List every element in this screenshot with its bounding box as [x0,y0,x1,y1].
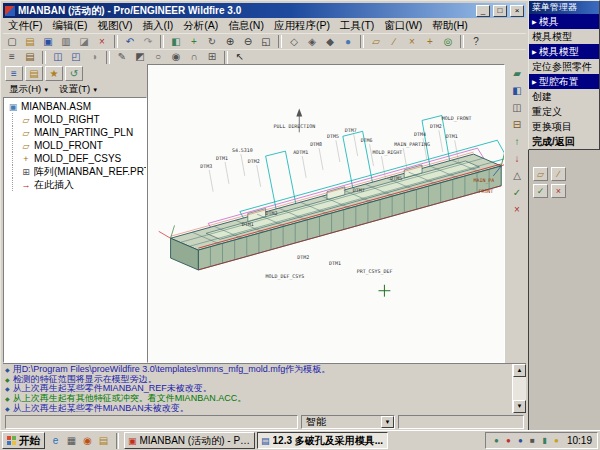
hidden-line-icon[interactable]: ◈ [303,35,321,49]
history-tab-icon[interactable]: ↺ [65,66,83,81]
menu-p[interactable]: 应用程序(P) [269,19,335,33]
select-arrow-icon[interactable]: ↖ [231,50,249,64]
tree-item[interactable]: ▱MOLD_FRONT [4,139,146,152]
datum-plane-toggle-icon[interactable]: ▱ [367,35,385,49]
hole-icon[interactable]: ◉ [167,50,185,64]
tree-item[interactable]: ⊞阵列(MIANBAN_REF.PRT) [4,165,146,178]
menu-manager-titlebar[interactable]: 菜单管理器 [529,1,599,14]
zoom-in-icon[interactable]: ⊕ [221,35,239,49]
title-bar[interactable]: MIANBAN (活动的) - Pro/ENGINEER Wildfire 3.… [3,3,526,18]
tray-network-icon[interactable]: ▮ [539,436,550,445]
float-ok-icon[interactable]: ✓ [533,184,548,198]
saved-views-icon[interactable]: ◰ [67,50,85,64]
print-icon[interactable]: ▥ [57,35,75,49]
appearance-icon[interactable]: ◑ [85,50,103,64]
menu-manager-item[interactable]: 模具模型 [529,29,599,44]
datum-point-toggle-icon[interactable]: × [403,35,421,49]
tray-volume-icon[interactable]: ● [491,436,502,445]
extrude-icon[interactable]: ◩ [131,50,149,64]
menu-i[interactable]: 插入(I) [137,19,178,33]
3d-viewport-canvas[interactable]: DTM3DTM1S4.5310DTM2PULL DIRECTIONADTM1DT… [148,65,504,362]
datum-axis-toggle-icon[interactable]: ∕ [385,35,403,49]
menu-v[interactable]: 视图(V) [92,19,137,33]
delete-icon[interactable]: × [93,35,111,49]
menu-manager-item[interactable]: 更换项目 [529,119,599,134]
media-player-icon[interactable]: ◉ [80,433,95,448]
model-tree-toggle-icon[interactable]: ≡ [3,50,21,64]
tree-show-dropdown[interactable]: 显示(H) ▼ [6,83,52,96]
tray-input-method-icon[interactable]: ■ [527,436,538,445]
menu-n[interactable]: 信息(N) [223,19,269,33]
ie-icon[interactable]: e [48,433,63,448]
float-datum-plane-icon[interactable]: ▱ [533,167,548,181]
menu-f[interactable]: 文件(F) [3,19,47,33]
mold-check-icon[interactable]: ✓ [509,185,526,200]
mold-open-icon[interactable]: ↑ [509,134,526,149]
message-scrollbar[interactable]: ▲ ▼ [512,364,526,413]
revolve-icon[interactable]: ○ [149,50,167,64]
maximize-button[interactable]: □ [493,5,507,17]
mold-cancel-icon[interactable]: × [509,202,526,217]
favorites-tab-icon[interactable]: ★ [45,66,63,81]
menu-t[interactable]: 工具(T) [335,19,379,33]
erase-icon[interactable]: ◪ [75,35,93,49]
mold-analysis-icon[interactable]: △ [509,168,526,183]
mold-split-icon[interactable]: ◫ [509,100,526,115]
mold-extract-icon[interactable]: ⊟ [509,117,526,132]
folder-browser-tab-icon[interactable]: ▤ [25,66,43,81]
menu-manager-item[interactable]: 重定义 [529,104,599,119]
shaded-icon[interactable]: ● [339,35,357,49]
start-button[interactable]: 开始 [2,432,45,449]
tree-settings-dropdown[interactable]: 设置(T) ▼ [56,83,101,96]
mold-parting-surface-icon[interactable]: ▰ [509,66,526,81]
menu-a[interactable]: 分析(A) [178,19,223,33]
tray-antivirus-icon[interactable]: ● [503,436,514,445]
pattern-icon[interactable]: ⊞ [203,50,221,64]
scroll-up-icon[interactable]: ▲ [513,364,526,377]
menu-e[interactable]: 编辑(E) [47,19,92,33]
csys-toggle-icon[interactable]: + [421,35,439,49]
mold-volume-icon[interactable]: ◧ [509,83,526,98]
sketch-icon[interactable]: ✎ [113,50,131,64]
clock[interactable]: 10:19 [567,435,592,446]
folder-icon[interactable]: ▤ [96,433,111,448]
float-cancel-icon[interactable]: × [551,184,566,198]
menu-manager-item[interactable]: 完成/返回 [529,134,599,149]
mold-close-icon[interactable]: ↓ [509,151,526,166]
wireframe-icon[interactable]: ◇ [285,35,303,49]
show-desktop-icon[interactable]: ▦ [64,433,79,448]
open-folder-icon[interactable]: ▤ [21,35,39,49]
float-datum-axis-icon[interactable]: ∕ [551,167,566,181]
layers-icon[interactable]: ▤ [21,50,39,64]
taskbar-task[interactable]: ▤12.3 多破孔及采用模具... [257,432,388,449]
repaint-icon[interactable]: ◧ [167,35,185,49]
menu-manager-item[interactable]: 定位参照零件 [529,59,599,74]
zoom-out-icon[interactable]: ⊖ [239,35,257,49]
tray-update-icon[interactable]: ● [551,436,562,445]
no-hidden-icon[interactable]: ◆ [321,35,339,49]
tree-item[interactable]: +MOLD_DEF_CSYS [4,152,146,165]
refit-icon[interactable]: ◱ [257,35,275,49]
menu-w[interactable]: 窗口(W) [379,19,427,33]
tray-messenger-icon[interactable]: ● [515,436,526,445]
undo-icon[interactable]: ↶ [121,35,139,49]
orient-icon[interactable]: ↻ [203,35,221,49]
3d-viewport[interactable]: DTM3DTM1S4.5310DTM2PULL DIRECTIONADTM1DT… [147,64,505,363]
round-icon[interactable]: ∩ [185,50,203,64]
selection-filter-combo[interactable]: 智能 ▼ [301,415,395,429]
model-tree-tab-icon[interactable]: ≡ [5,66,23,81]
spin-center-toggle-icon[interactable]: ◎ [439,35,457,49]
save-icon[interactable]: ▣ [39,35,57,49]
minimize-button[interactable]: _ [476,5,490,17]
help-icon[interactable]: ? [467,35,485,49]
redo-icon[interactable]: ↷ [139,35,157,49]
menu-manager-item[interactable]: 创建 [529,89,599,104]
scroll-down-icon[interactable]: ▼ [513,400,526,413]
close-button[interactable]: × [510,5,524,17]
chevron-down-icon[interactable]: ▼ [381,416,394,428]
spin-center-icon[interactable]: + [185,35,203,49]
tree-item[interactable]: ▱MOLD_RIGHT [4,113,146,126]
view-manager-icon[interactable]: ◫ [49,50,67,64]
tree-item[interactable]: ▣MIANBAN.ASM [4,100,146,113]
menu-h[interactable]: 帮助(H) [427,19,473,33]
